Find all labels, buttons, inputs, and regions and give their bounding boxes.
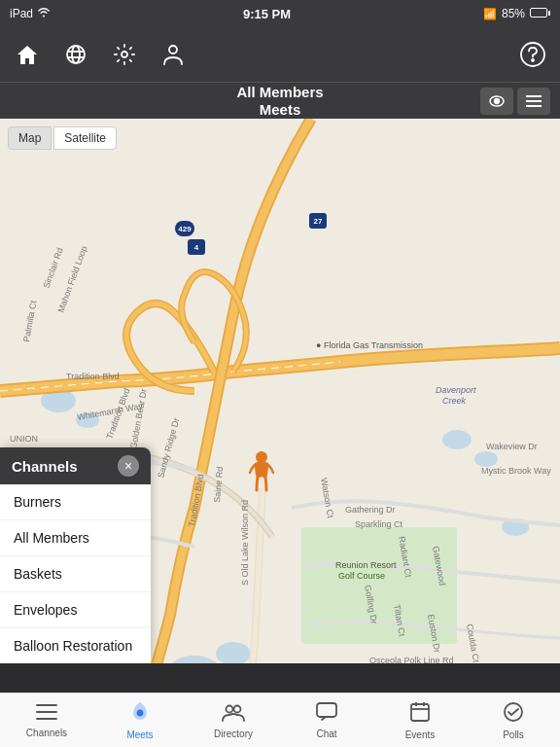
tab-channels-label: Channels [26, 728, 67, 738]
tab-directory-label: Directory [214, 729, 253, 739]
svg-point-4 [122, 52, 127, 57]
status-right: 📶 85% [483, 7, 550, 20]
gear-icon[interactable] [109, 39, 140, 70]
channel-item-balloon-restoration[interactable]: Balloon Restoration [0, 628, 151, 663]
svg-text:429: 429 [178, 225, 192, 233]
tab-chat-label: Chat [316, 729, 336, 739]
svg-point-79 [234, 705, 241, 712]
battery-icon [530, 7, 550, 20]
home-icon[interactable] [12, 39, 43, 70]
help-icon[interactable] [517, 39, 548, 70]
svg-point-1 [72, 46, 80, 63]
channel-item-all-members[interactable]: All Members [0, 520, 151, 556]
svg-point-0 [67, 46, 85, 63]
events-tab-icon [410, 701, 430, 728]
title-bar: All Members Meets [0, 82, 560, 119]
svg-point-78 [227, 705, 233, 712]
battery-percent: 85% [502, 7, 525, 20]
tab-polls-label: Polls [503, 729, 524, 740]
svg-text:S Old Lake Wilson Rd: S Old Lake Wilson Rd [240, 500, 250, 586]
svg-point-77 [138, 710, 143, 715]
channels-header: Channels × [0, 447, 151, 484]
svg-text:27: 27 [314, 217, 323, 226]
svg-text:Sparkling Ct: Sparkling Ct [355, 519, 403, 529]
svg-text:Creek: Creek [442, 396, 467, 406]
svg-text:UNION: UNION [10, 434, 38, 444]
svg-text:● Florida Gas Transmission: ● Florida Gas Transmission [316, 340, 423, 350]
svg-point-18 [442, 430, 472, 449]
status-left: iPad [10, 7, 51, 20]
chat-tab-icon [316, 702, 337, 727]
meets-tab-icon [130, 701, 150, 728]
title-actions [480, 88, 550, 115]
polls-tab-icon [503, 701, 524, 728]
map-mode-button[interactable]: Map [8, 126, 52, 150]
svg-text:Gathering Dr: Gathering Dr [345, 505, 396, 515]
person-marker [248, 449, 275, 488]
bottom-tab-bar: Channels Meets Directory [0, 693, 560, 747]
svg-point-85 [505, 703, 522, 721]
status-time: 9:15 PM [243, 7, 291, 21]
page-title: All Members Meets [236, 84, 323, 119]
svg-point-9 [495, 98, 500, 103]
nav-left-icons [12, 39, 189, 70]
eye-button[interactable] [480, 88, 513, 115]
top-nav [0, 27, 560, 82]
directory-tab-icon [222, 702, 245, 727]
map-area[interactable]: Sinclair Rd Palmilla Ct Mahon Field Loop… [0, 119, 560, 663]
svg-text:4: 4 [194, 243, 199, 252]
tab-meets[interactable]: Meets [93, 694, 187, 747]
svg-text:Tradition Blvd: Tradition Blvd [66, 372, 120, 381]
svg-text:Osceola Polk Line Rd: Osceola Polk Line Rd [369, 656, 454, 663]
menu-button[interactable] [517, 88, 550, 115]
svg-point-19 [474, 451, 498, 467]
tab-directory[interactable]: Directory [187, 694, 280, 747]
svg-rect-81 [411, 704, 429, 721]
tab-channels[interactable]: Channels [0, 694, 93, 747]
svg-point-5 [169, 46, 177, 53]
svg-text:Golf Course: Golf Course [338, 571, 385, 581]
tab-events-label: Events [405, 729, 436, 740]
svg-text:Reunion Resort: Reunion Resort [335, 560, 397, 570]
profile-icon[interactable] [158, 39, 189, 70]
svg-text:Mystic Brook Way: Mystic Brook Way [481, 466, 551, 476]
channels-close-button[interactable]: × [118, 455, 139, 477]
channel-item-burners[interactable]: Burners [0, 484, 151, 520]
status-bar: iPad 9:15 PM 📶 85% [0, 0, 560, 27]
svg-text:Wakeview Dr: Wakeview Dr [486, 442, 538, 451]
svg-text:Davenport: Davenport [436, 385, 476, 395]
satellite-mode-button[interactable]: Satellite [53, 126, 117, 150]
channels-title: Channels [12, 458, 78, 475]
tab-meets-label: Meets [126, 729, 153, 740]
tab-polls[interactable]: Polls [467, 694, 560, 747]
bluetooth-icon: 📶 [483, 8, 497, 20]
tab-events[interactable]: Events [373, 694, 467, 747]
svg-point-7 [532, 59, 534, 61]
map-controls: Map Satellite [8, 126, 117, 150]
channel-item-envelopes[interactable]: Envelopes [0, 592, 151, 628]
channel-item-baskets[interactable]: Baskets [0, 556, 151, 592]
svg-rect-80 [317, 703, 336, 717]
globe-icon[interactable] [60, 39, 91, 70]
tab-chat[interactable]: Chat [280, 694, 373, 747]
channels-drawer: Channels × Burners All Members Baskets E… [0, 447, 151, 663]
wifi-icon [37, 7, 51, 20]
carrier-label: iPad [10, 7, 33, 20]
channels-tab-icon [36, 703, 57, 726]
